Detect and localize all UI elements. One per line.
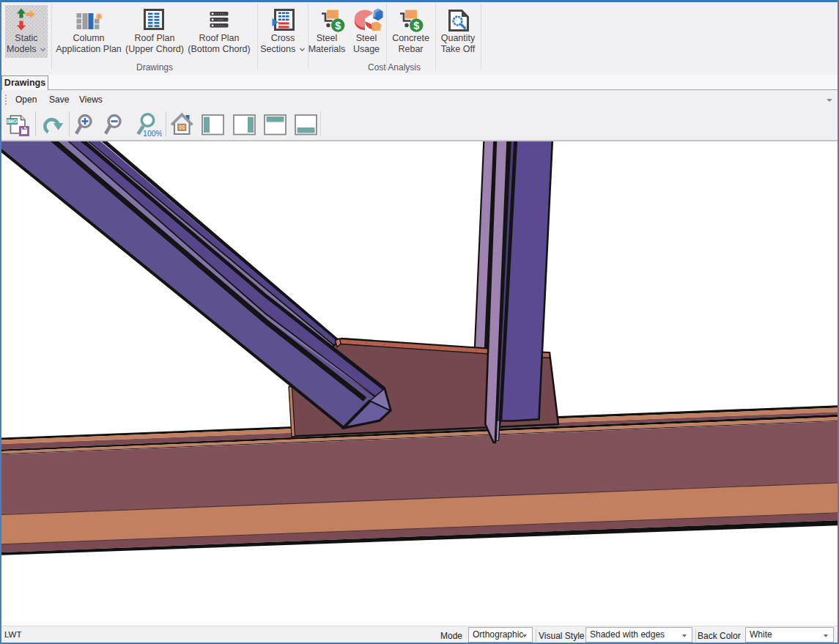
svg-text:100%: 100%	[143, 129, 162, 138]
svg-text:$: $	[335, 20, 341, 32]
svg-text:IMG: IMG	[7, 118, 17, 125]
svg-text:$: $	[413, 20, 419, 32]
